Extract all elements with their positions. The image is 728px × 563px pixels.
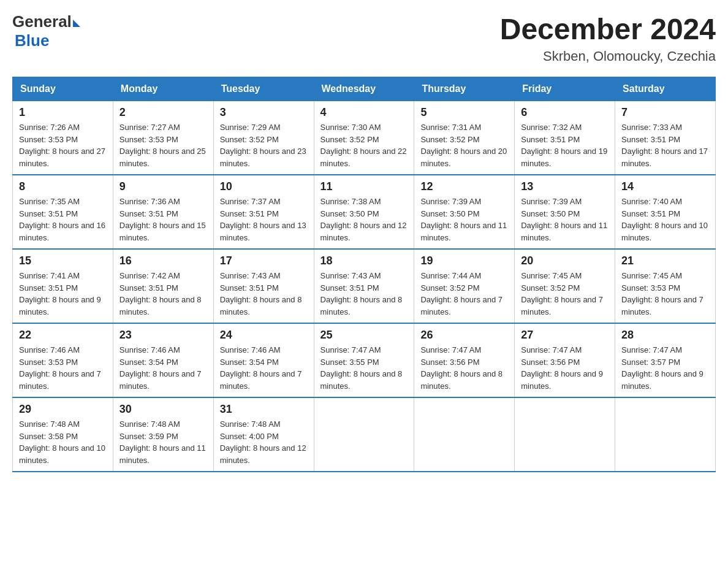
month-title: December 2024 bbox=[500, 12, 716, 46]
day-number: 2 bbox=[119, 106, 207, 119]
calendar-cell: 3 Sunrise: 7:29 AM Sunset: 3:52 PM Dayli… bbox=[213, 101, 314, 175]
day-info: Sunrise: 7:26 AM Sunset: 3:53 PM Dayligh… bbox=[19, 121, 107, 169]
calendar-cell: 14 Sunrise: 7:40 AM Sunset: 3:51 PM Dayl… bbox=[615, 175, 716, 249]
calendar-cell bbox=[414, 397, 515, 472]
day-number: 12 bbox=[420, 180, 508, 193]
calendar-cell: 21 Sunrise: 7:45 AM Sunset: 3:53 PM Dayl… bbox=[615, 249, 716, 323]
week-row-4: 22 Sunrise: 7:46 AM Sunset: 3:53 PM Dayl… bbox=[13, 323, 716, 397]
day-number: 22 bbox=[19, 329, 107, 342]
day-info: Sunrise: 7:45 AM Sunset: 3:52 PM Dayligh… bbox=[521, 270, 609, 318]
calendar-cell: 2 Sunrise: 7:27 AM Sunset: 3:53 PM Dayli… bbox=[113, 101, 213, 175]
calendar-cell: 27 Sunrise: 7:47 AM Sunset: 3:56 PM Dayl… bbox=[515, 323, 615, 397]
logo-triangle-icon bbox=[73, 20, 80, 27]
calendar-cell: 4 Sunrise: 7:30 AM Sunset: 3:52 PM Dayli… bbox=[314, 101, 414, 175]
day-info: Sunrise: 7:47 AM Sunset: 3:57 PM Dayligh… bbox=[621, 344, 709, 392]
days-of-week-row: SundayMondayTuesdayWednesdayThursdayFrid… bbox=[13, 77, 716, 101]
day-info: Sunrise: 7:32 AM Sunset: 3:51 PM Dayligh… bbox=[521, 121, 609, 169]
day-info: Sunrise: 7:33 AM Sunset: 3:51 PM Dayligh… bbox=[621, 121, 709, 169]
calendar-cell: 17 Sunrise: 7:43 AM Sunset: 3:51 PM Dayl… bbox=[213, 249, 314, 323]
calendar-cell: 20 Sunrise: 7:45 AM Sunset: 3:52 PM Dayl… bbox=[515, 249, 615, 323]
calendar-cell: 22 Sunrise: 7:46 AM Sunset: 3:53 PM Dayl… bbox=[13, 323, 113, 397]
day-info: Sunrise: 7:48 AM Sunset: 3:58 PM Dayligh… bbox=[19, 418, 107, 466]
calendar-cell: 25 Sunrise: 7:47 AM Sunset: 3:55 PM Dayl… bbox=[314, 323, 414, 397]
calendar-cell: 10 Sunrise: 7:37 AM Sunset: 3:51 PM Dayl… bbox=[213, 175, 314, 249]
day-info: Sunrise: 7:46 AM Sunset: 3:53 PM Dayligh… bbox=[19, 344, 107, 392]
day-number: 25 bbox=[320, 329, 408, 342]
calendar-cell: 18 Sunrise: 7:43 AM Sunset: 3:51 PM Dayl… bbox=[314, 249, 414, 323]
calendar-body: 1 Sunrise: 7:26 AM Sunset: 3:53 PM Dayli… bbox=[13, 101, 716, 472]
day-number: 19 bbox=[420, 255, 508, 267]
day-number: 18 bbox=[320, 255, 408, 267]
day-info: Sunrise: 7:42 AM Sunset: 3:51 PM Dayligh… bbox=[119, 270, 207, 318]
calendar-cell: 19 Sunrise: 7:44 AM Sunset: 3:52 PM Dayl… bbox=[414, 249, 515, 323]
day-info: Sunrise: 7:47 AM Sunset: 3:56 PM Dayligh… bbox=[521, 344, 609, 392]
calendar-cell: 26 Sunrise: 7:47 AM Sunset: 3:56 PM Dayl… bbox=[414, 323, 515, 397]
day-info: Sunrise: 7:39 AM Sunset: 3:50 PM Dayligh… bbox=[420, 196, 508, 243]
day-info: Sunrise: 7:43 AM Sunset: 3:51 PM Dayligh… bbox=[320, 270, 408, 318]
day-info: Sunrise: 7:46 AM Sunset: 3:54 PM Dayligh… bbox=[119, 344, 207, 392]
calendar-cell bbox=[515, 397, 615, 472]
day-number: 21 bbox=[621, 255, 709, 267]
day-number: 29 bbox=[19, 403, 107, 416]
day-info: Sunrise: 7:39 AM Sunset: 3:50 PM Dayligh… bbox=[521, 196, 609, 243]
day-info: Sunrise: 7:36 AM Sunset: 3:51 PM Dayligh… bbox=[119, 196, 207, 243]
location-text: Skrben, Olomoucky, Czechia bbox=[500, 48, 716, 64]
logo-general-text: General bbox=[12, 12, 72, 31]
day-info: Sunrise: 7:31 AM Sunset: 3:52 PM Dayligh… bbox=[420, 121, 508, 169]
day-info: Sunrise: 7:40 AM Sunset: 3:51 PM Dayligh… bbox=[621, 196, 709, 243]
title-section: December 2024 Skrben, Olomoucky, Czechia bbox=[500, 12, 716, 64]
day-info: Sunrise: 7:48 AM Sunset: 3:59 PM Dayligh… bbox=[119, 418, 207, 466]
day-info: Sunrise: 7:47 AM Sunset: 3:56 PM Dayligh… bbox=[420, 344, 508, 392]
logo-blue-text: Blue bbox=[15, 31, 80, 50]
calendar-cell: 11 Sunrise: 7:38 AM Sunset: 3:50 PM Dayl… bbox=[314, 175, 414, 249]
calendar-cell: 16 Sunrise: 7:42 AM Sunset: 3:51 PM Dayl… bbox=[113, 249, 213, 323]
week-row-2: 8 Sunrise: 7:35 AM Sunset: 3:51 PM Dayli… bbox=[13, 175, 716, 249]
calendar-cell bbox=[314, 397, 414, 472]
calendar-cell: 28 Sunrise: 7:47 AM Sunset: 3:57 PM Dayl… bbox=[615, 323, 716, 397]
calendar-cell: 1 Sunrise: 7:26 AM Sunset: 3:53 PM Dayli… bbox=[13, 101, 113, 175]
day-number: 7 bbox=[621, 106, 709, 119]
calendar-cell: 7 Sunrise: 7:33 AM Sunset: 3:51 PM Dayli… bbox=[615, 101, 716, 175]
calendar-cell: 15 Sunrise: 7:41 AM Sunset: 3:51 PM Dayl… bbox=[13, 249, 113, 323]
day-number: 28 bbox=[621, 329, 709, 342]
day-number: 14 bbox=[621, 180, 709, 193]
day-info: Sunrise: 7:27 AM Sunset: 3:53 PM Dayligh… bbox=[119, 121, 207, 169]
day-number: 16 bbox=[119, 255, 207, 267]
day-number: 20 bbox=[521, 255, 609, 267]
day-number: 30 bbox=[119, 403, 207, 416]
col-header-wednesday: Wednesday bbox=[314, 77, 414, 101]
day-info: Sunrise: 7:37 AM Sunset: 3:51 PM Dayligh… bbox=[220, 196, 308, 243]
day-info: Sunrise: 7:30 AM Sunset: 3:52 PM Dayligh… bbox=[320, 121, 408, 169]
day-info: Sunrise: 7:46 AM Sunset: 3:54 PM Dayligh… bbox=[220, 344, 308, 392]
day-info: Sunrise: 7:47 AM Sunset: 3:55 PM Dayligh… bbox=[320, 344, 408, 392]
calendar-cell: 13 Sunrise: 7:39 AM Sunset: 3:50 PM Dayl… bbox=[515, 175, 615, 249]
day-info: Sunrise: 7:29 AM Sunset: 3:52 PM Dayligh… bbox=[220, 121, 308, 169]
day-number: 5 bbox=[420, 106, 508, 119]
day-number: 3 bbox=[220, 106, 308, 119]
day-number: 13 bbox=[521, 180, 609, 193]
col-header-saturday: Saturday bbox=[615, 77, 716, 101]
calendar-cell: 23 Sunrise: 7:46 AM Sunset: 3:54 PM Dayl… bbox=[113, 323, 213, 397]
calendar-cell: 6 Sunrise: 7:32 AM Sunset: 3:51 PM Dayli… bbox=[515, 101, 615, 175]
day-number: 27 bbox=[521, 329, 609, 342]
day-info: Sunrise: 7:44 AM Sunset: 3:52 PM Dayligh… bbox=[420, 270, 508, 318]
calendar-cell: 12 Sunrise: 7:39 AM Sunset: 3:50 PM Dayl… bbox=[414, 175, 515, 249]
day-info: Sunrise: 7:48 AM Sunset: 4:00 PM Dayligh… bbox=[220, 418, 308, 466]
day-info: Sunrise: 7:41 AM Sunset: 3:51 PM Dayligh… bbox=[19, 270, 107, 318]
day-number: 4 bbox=[320, 106, 408, 119]
calendar-cell: 5 Sunrise: 7:31 AM Sunset: 3:52 PM Dayli… bbox=[414, 101, 515, 175]
day-number: 10 bbox=[220, 180, 308, 193]
day-info: Sunrise: 7:45 AM Sunset: 3:53 PM Dayligh… bbox=[621, 270, 709, 318]
calendar-header: SundayMondayTuesdayWednesdayThursdayFrid… bbox=[13, 77, 716, 101]
day-number: 1 bbox=[19, 106, 107, 119]
day-number: 23 bbox=[119, 329, 207, 342]
day-number: 8 bbox=[19, 180, 107, 193]
day-info: Sunrise: 7:43 AM Sunset: 3:51 PM Dayligh… bbox=[220, 270, 308, 318]
col-header-monday: Monday bbox=[113, 77, 213, 101]
day-number: 31 bbox=[220, 403, 308, 416]
calendar-cell: 30 Sunrise: 7:48 AM Sunset: 3:59 PM Dayl… bbox=[113, 397, 213, 472]
page-header: General Blue December 2024 Skrben, Olomo… bbox=[12, 12, 716, 64]
col-header-friday: Friday bbox=[515, 77, 615, 101]
day-number: 26 bbox=[420, 329, 508, 342]
day-info: Sunrise: 7:38 AM Sunset: 3:50 PM Dayligh… bbox=[320, 196, 408, 243]
